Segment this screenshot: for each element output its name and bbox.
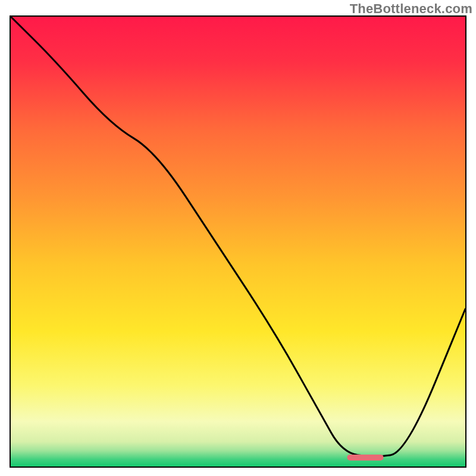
- chart-svg: [11, 17, 465, 466]
- chart-stage: TheBottleneck.com: [0, 0, 476, 476]
- gradient-backdrop: [11, 17, 465, 466]
- watermark-text: TheBottleneck.com: [350, 1, 472, 17]
- plot-area: [10, 15, 466, 468]
- optimal-range-marker: [347, 455, 383, 461]
